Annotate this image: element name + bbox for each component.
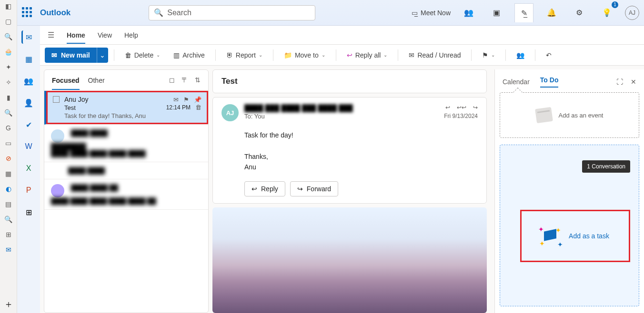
todo-pane-toggle-icon[interactable]: ✎̲ bbox=[514, 3, 533, 22]
calendar-app-icon[interactable]: ▦ bbox=[22, 52, 35, 66]
message-item[interactable]: ████ ████████████████ ████ ████ ████ ███… bbox=[44, 125, 208, 162]
powerpoint-app-icon[interactable]: P bbox=[22, 184, 35, 197]
meet-now-button[interactable]: ▭̲Meet Now bbox=[412, 9, 451, 17]
todo-app-icon[interactable]: ✔ bbox=[22, 118, 35, 131]
tab-view[interactable]: View bbox=[98, 31, 112, 39]
sparkle2-icon[interactable]: ✧ bbox=[4, 78, 13, 87]
new-mail-button[interactable]: ✉New mail ⌄ bbox=[45, 48, 108, 63]
outlook-rail-icon[interactable]: ✉ bbox=[4, 245, 13, 254]
select-icon[interactable]: ◻ bbox=[169, 76, 175, 85]
search3-icon[interactable]: 🔍 bbox=[4, 215, 13, 224]
close-icon[interactable]: ✕ bbox=[631, 78, 636, 86]
tab-help[interactable]: Help bbox=[124, 31, 138, 39]
report-button[interactable]: ⛨Report⌄ bbox=[221, 48, 267, 63]
tips-icon[interactable]: 💡 bbox=[597, 3, 616, 22]
ms-icon[interactable]: ⊞ bbox=[4, 230, 13, 239]
sparkle-icon[interactable]: ✦ bbox=[4, 63, 13, 71]
mark-read-icon[interactable]: ✉ bbox=[173, 96, 179, 103]
conversation-badge: 1 Conversation bbox=[582, 160, 630, 173]
todo-tab[interactable]: To Do bbox=[540, 76, 559, 88]
teams-icon[interactable]: 👥 bbox=[459, 3, 478, 22]
cal-icon[interactable]: ▭ bbox=[4, 139, 13, 147]
groups-app-icon[interactable]: 👤 bbox=[22, 96, 35, 109]
sort-icon[interactable]: ⇅ bbox=[195, 76, 201, 85]
delete-msg-icon[interactable]: 🗑 bbox=[195, 104, 201, 111]
home-icon[interactable]: ▢ bbox=[4, 17, 13, 26]
excel-app-icon[interactable]: X bbox=[22, 162, 35, 175]
add-event-slot[interactable]: Add as an event bbox=[500, 92, 639, 138]
archive-button[interactable]: ▥Archive bbox=[169, 48, 210, 63]
avatar-icon bbox=[51, 129, 64, 143]
add-task-highlight[interactable]: ✦✦✦✦ Add as a task bbox=[520, 210, 630, 262]
move-to-button[interactable]: 📁Move to⌄ bbox=[279, 48, 330, 63]
redacted: ████ ████████████████ ████ ████ ████ ███… bbox=[51, 129, 146, 157]
sender-avatar: AJ bbox=[221, 104, 239, 121]
app-launcher-icon[interactable] bbox=[22, 7, 33, 19]
cup-icon[interactable]: 🧁 bbox=[4, 48, 13, 56]
new-mail-dropdown[interactable]: ⌄ bbox=[97, 48, 108, 63]
mail-app-icon[interactable]: ✉ bbox=[21, 30, 35, 44]
tab-home[interactable]: Home bbox=[67, 31, 85, 44]
message-item[interactable]: ████ ████ bbox=[44, 162, 208, 179]
add-app-icon[interactable]: ＋ bbox=[4, 300, 13, 308]
reading-subject: Test bbox=[212, 69, 487, 93]
settings-icon[interactable]: ⚙ bbox=[570, 3, 589, 22]
calendar-slot-icon bbox=[535, 107, 553, 123]
pin-icon[interactable]: 📌 bbox=[194, 96, 201, 103]
list-icon[interactable]: ▤ bbox=[4, 200, 13, 208]
envelope-icon: ✉ bbox=[409, 51, 414, 59]
notifications-icon[interactable]: 🔔 bbox=[542, 3, 561, 22]
search-input[interactable]: 🔍 Search bbox=[149, 5, 315, 20]
search-placeholder: Search bbox=[167, 9, 191, 17]
reply-all-act-icon[interactable]: ↩↩ bbox=[457, 104, 466, 111]
expand-icon[interactable]: ⛶ bbox=[616, 78, 623, 86]
todo-drop-slot[interactable]: 1 Conversation ✦✦✦✦ Add as a task bbox=[500, 145, 639, 306]
onenote-icon[interactable]: ▣ bbox=[487, 3, 506, 22]
flag-button[interactable]: ⚑⌄ bbox=[477, 48, 500, 63]
google-icon[interactable]: G bbox=[4, 124, 13, 132]
message-from: Anu Joy bbox=[64, 96, 89, 103]
reply-icon[interactable]: ↩ bbox=[445, 104, 450, 111]
forward-button[interactable]: ↪Forward bbox=[290, 181, 338, 196]
todo-check-icon: ✦✦✦✦ bbox=[541, 226, 560, 245]
system-rail: ◧ ▢ 🔍 🧁 ✦ ✧ ▮ 🔍 G ▭ ⊘ ▦ ◐ ▤ 🔍 ⊞ ✉ ＋ bbox=[0, 0, 17, 313]
mail-icon: ✉ bbox=[51, 51, 57, 59]
flag-msg-icon[interactable]: ⚑ bbox=[183, 96, 189, 103]
delete-button[interactable]: 🗑Delete⌄ bbox=[120, 48, 165, 63]
block-icon[interactable]: ⊘ bbox=[4, 154, 13, 163]
focused-tab[interactable]: Focused bbox=[52, 77, 80, 90]
list-header: Focused Other ◻ 〒 ⇅ bbox=[44, 70, 208, 91]
body-line2: Thanks, bbox=[244, 151, 478, 162]
hamburger-icon[interactable]: ☰ bbox=[48, 30, 54, 39]
message-item-selected[interactable]: Anu Joy ✉ ⚑ 📌 Test 12:14 PM 🗑 bbox=[44, 91, 208, 125]
people-button[interactable]: 👥 bbox=[512, 48, 529, 63]
forward-act-icon[interactable]: ↪ bbox=[473, 104, 478, 111]
more-apps-icon[interactable]: ⊞ bbox=[22, 205, 35, 219]
other-tab[interactable]: Other bbox=[88, 77, 105, 84]
search-icon[interactable]: 🔍 bbox=[4, 32, 13, 41]
grid-icon[interactable]: ▦ bbox=[4, 169, 13, 178]
reply-all-button[interactable]: ↩Reply all⌄ bbox=[342, 48, 392, 63]
undo-button[interactable]: ↶ bbox=[541, 48, 556, 63]
edge-icon[interactable]: ◐ bbox=[4, 185, 13, 193]
message-time: 12:14 PM bbox=[166, 104, 191, 111]
forward-btn-icon: ↪ bbox=[297, 185, 303, 193]
message-item[interactable]: ████ ████ ██████ ████ ████ ████ ████ ██ bbox=[44, 179, 208, 210]
reply-button[interactable]: ↩Reply bbox=[244, 181, 285, 196]
reply-btn-icon: ↩ bbox=[252, 185, 257, 193]
filter-icon[interactable]: 〒 bbox=[181, 76, 188, 85]
message-preview: Task for the day! Thanks, Anu bbox=[53, 112, 201, 119]
read-unread-button[interactable]: ✉Read / Unread bbox=[404, 48, 465, 63]
people-app-icon[interactable]: 👥 bbox=[22, 74, 35, 88]
search2-icon[interactable]: 🔍 bbox=[4, 108, 13, 117]
bolt-icon[interactable]: ▮ bbox=[4, 93, 13, 102]
word-app-icon[interactable]: W bbox=[22, 140, 35, 153]
account-avatar[interactable]: AJ bbox=[625, 6, 639, 20]
checkbox[interactable] bbox=[53, 96, 60, 103]
panel-icon[interactable]: ◧ bbox=[4, 2, 13, 10]
calendar-tab[interactable]: Calendar bbox=[503, 78, 530, 86]
sender-name: ████ ███ ████ ███ ████ ███ bbox=[244, 104, 438, 112]
body-line1: Task for the day! bbox=[244, 130, 478, 140]
flag-icon: ⚑ bbox=[482, 51, 488, 59]
archive-icon: ▥ bbox=[173, 51, 180, 59]
